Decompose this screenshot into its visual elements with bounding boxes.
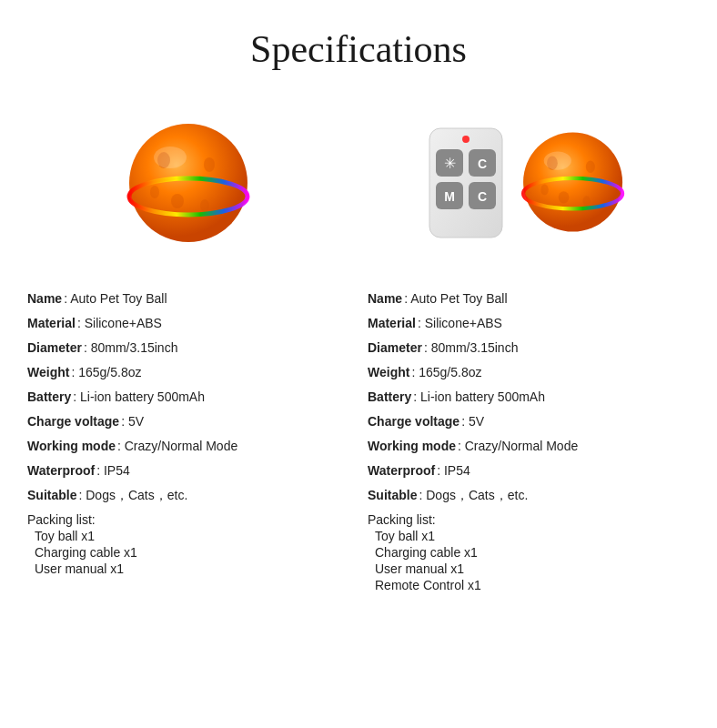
svg-point-5 — [150, 186, 159, 198]
spec-row: Working mode: Crazy/Normal Mode — [27, 437, 349, 456]
spec-row: Material: Silicone+ABS — [27, 314, 349, 333]
right-product-image: ✳ C M C — [368, 89, 690, 271]
spec-label: Battery — [27, 388, 71, 407]
right-column: ✳ C M C — [368, 89, 690, 594]
spec-label: Waterproof — [368, 461, 435, 480]
spec-label: Working mode — [368, 437, 456, 456]
packing-item: Toy ball x1 — [368, 529, 690, 543]
spec-label: Material — [368, 314, 416, 333]
spec-row: Name: Auto Pet Toy Ball — [27, 289, 349, 308]
svg-point-3 — [171, 194, 184, 208]
spec-label: Material — [27, 314, 76, 333]
packing-item: Remote Control x1 — [368, 578, 690, 592]
spec-label: Weight — [368, 363, 409, 382]
left-packing-section: Packing list: Toy ball x1 Charging cable… — [27, 512, 349, 578]
spec-label: Working mode — [27, 437, 116, 456]
packing-title: Packing list: — [368, 512, 690, 527]
spec-row: Waterproof: IP54 — [27, 461, 349, 480]
spec-row: Diameter: 80mm/3.15inch — [368, 339, 690, 358]
spec-value: : Silicone+ABS — [418, 314, 502, 333]
spec-value: : 165g/5.8oz — [411, 363, 481, 382]
packing-item: Toy ball x1 — [27, 529, 349, 543]
left-product-image — [27, 89, 349, 271]
left-column: Name: Auto Pet Toy Ball Material: Silico… — [27, 89, 349, 594]
spec-row: Weight: 165g/5.8oz — [27, 363, 349, 382]
spec-row: Suitable: Dogs，Cats，etc. — [27, 486, 349, 505]
spec-value: : Dogs，Cats，etc. — [78, 486, 187, 505]
svg-text:M: M — [444, 189, 455, 204]
spec-value: : Crazy/Normal Mode — [458, 437, 578, 456]
spec-value: : IP54 — [96, 461, 130, 480]
svg-point-8 — [154, 147, 187, 168]
packing-item: User manual x1 — [368, 561, 690, 576]
right-ball-svg — [514, 121, 632, 239]
svg-text:C: C — [478, 189, 487, 204]
spec-row: Suitable: Dogs，Cats，etc. — [368, 486, 690, 505]
spec-label: Weight — [27, 363, 69, 382]
spec-value: : 80mm/3.15inch — [424, 339, 519, 358]
spec-value: : Li-ion battery 500mAh — [73, 388, 205, 407]
packing-title: Packing list: — [27, 512, 349, 527]
spec-row: Battery: Li-ion battery 500mAh — [27, 388, 349, 407]
spec-value: : Dogs，Cats，etc. — [419, 486, 528, 505]
remote-control-svg: ✳ C M C — [425, 124, 507, 247]
svg-point-26 — [544, 152, 571, 170]
svg-text:✳: ✳ — [444, 156, 456, 171]
spec-row: Battery: Li-ion battery 500mAh — [368, 388, 690, 407]
spec-label: Waterproof — [27, 461, 95, 480]
spec-row: Diameter: 80mm/3.15inch — [27, 339, 349, 358]
right-packing-section: Packing list: Toy ball x1 Charging cable… — [368, 512, 690, 594]
spec-value: : Crazy/Normal Mode — [117, 437, 237, 456]
spec-value: : Li-ion battery 500mAh — [413, 388, 545, 407]
svg-point-21 — [586, 161, 595, 173]
spec-label: Diameter — [368, 339, 422, 358]
packing-item: User manual x1 — [27, 561, 349, 576]
spec-value: : 165g/5.8oz — [71, 363, 141, 382]
spec-row: Working mode: Crazy/Normal Mode — [368, 437, 690, 456]
svg-point-22 — [559, 191, 570, 203]
spec-row: Charge voltage: 5V — [27, 412, 349, 431]
spec-label: Battery — [368, 388, 411, 407]
svg-point-23 — [582, 196, 590, 207]
spec-value: : 5V — [461, 412, 484, 431]
spec-value: : Auto Pet Toy Ball — [404, 289, 507, 308]
spec-label: Diameter — [27, 339, 82, 358]
spec-label: Name — [27, 289, 62, 308]
spec-row: Charge voltage: 5V — [368, 412, 690, 431]
left-specs-table: Name: Auto Pet Toy Ball Material: Silico… — [27, 289, 349, 511]
spec-row: Weight: 165g/5.8oz — [368, 363, 690, 382]
svg-point-24 — [540, 185, 548, 196]
spec-label: Charge voltage — [27, 412, 119, 431]
spec-label: Name — [368, 289, 402, 308]
svg-point-2 — [204, 157, 215, 172]
spec-row: Material: Silicone+ABS — [368, 314, 690, 333]
spec-label: Charge voltage — [368, 412, 459, 431]
spec-label: Suitable — [27, 486, 76, 505]
svg-text:C: C — [478, 157, 487, 171]
left-ball-svg — [118, 110, 259, 251]
spec-value: : 5V — [121, 412, 144, 431]
spec-row: Waterproof: IP54 — [368, 461, 690, 480]
spec-value: : Auto Pet Toy Ball — [64, 289, 167, 308]
packing-item: Charging cable x1 — [368, 545, 690, 560]
spec-value: : Silicone+ABS — [77, 314, 162, 333]
right-specs-table: Name: Auto Pet Toy Ball Material: Silico… — [368, 289, 690, 511]
svg-point-4 — [200, 199, 209, 212]
packing-item: Charging cable x1 — [27, 545, 349, 560]
spec-label: Suitable — [368, 486, 417, 505]
spec-value: : IP54 — [437, 461, 470, 480]
spec-value: : 80mm/3.15inch — [84, 339, 178, 358]
svg-point-10 — [462, 136, 470, 143]
page-title: Specifications — [250, 27, 467, 71]
spec-row: Name: Auto Pet Toy Ball — [368, 289, 690, 308]
